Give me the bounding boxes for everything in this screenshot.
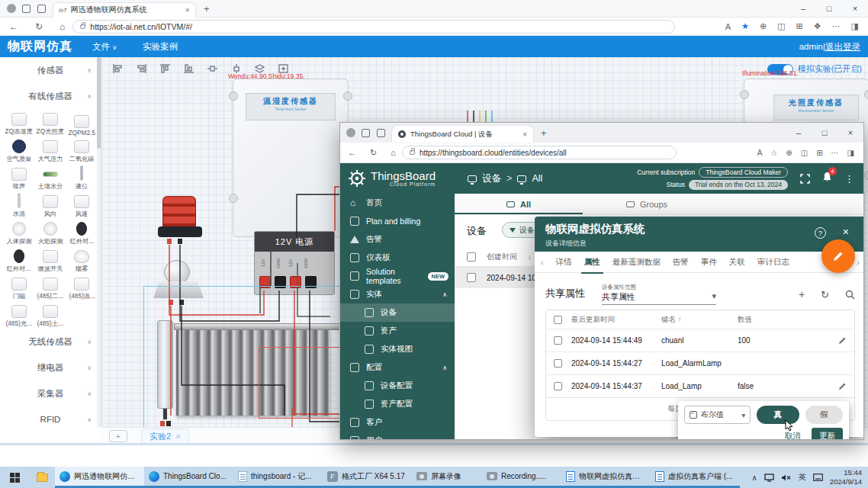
edit-pencil-icon[interactable]	[838, 336, 847, 345]
add-attribute-icon[interactable]: +	[799, 288, 805, 300]
sensor-tile[interactable]: (485)温...	[66, 274, 98, 301]
sensor-tile[interactable]: 噪声	[3, 164, 34, 191]
refresh-icon[interactable]: ↻	[370, 148, 377, 158]
sidebar-icon[interactable]: ◨	[847, 149, 854, 157]
taskbar-item-vsim-client[interactable]: 虚拟仿真客户端 (...	[651, 467, 740, 488]
kebab-menu-icon[interactable]: ⋮	[844, 173, 854, 185]
update-button[interactable]: 更新	[812, 428, 843, 439]
taskbar-item-notepad[interactable]: thingsboard - 记...	[233, 467, 323, 488]
maximize-button[interactable]: □	[816, 0, 842, 17]
search-icon[interactable]	[845, 290, 855, 300]
sensor-tile[interactable]: ZQPM2.5	[66, 109, 98, 136]
workspaces-icon[interactable]	[22, 5, 31, 13]
sensor-tile[interactable]: 火焰探测	[34, 219, 66, 246]
scope-select[interactable]: 设备属性范围 共享属性▾	[602, 284, 716, 305]
browser-essentials-icon[interactable]: ⊕	[760, 21, 767, 31]
tab-all[interactable]: All	[455, 194, 583, 214]
sidebar-scrollbar[interactable]	[97, 57, 101, 427]
home-icon[interactable]: ⌂	[391, 148, 396, 157]
sidebar-item-billing[interactable]: Plan and billing	[340, 212, 455, 230]
attribute-row[interactable]: 2024-09-14 15:44:27 Load_AlarmLamp	[546, 352, 854, 374]
split-screen-icon[interactable]: ◫	[801, 149, 808, 157]
help-icon[interactable]: ?	[815, 227, 826, 239]
address-bar[interactable]: https://iot-ai.net.cn/IOTVM/#/	[72, 20, 675, 34]
tab-attributes[interactable]: 属性	[584, 257, 600, 268]
experiment-tab[interactable]: 实验2 ×	[141, 429, 189, 444]
back-icon[interactable]: ←	[9, 21, 18, 32]
input-language-indicator[interactable]: 英	[799, 472, 806, 483]
taskbar-item-formatfactory[interactable]: F格式工厂 X64 5.17	[323, 467, 412, 488]
tab-audit-logs[interactable]: 审计日志	[757, 257, 789, 268]
scroll-left-icon[interactable]: ‹	[541, 258, 544, 267]
refresh-icon[interactable]: ↻	[821, 289, 829, 300]
section-collectors[interactable]: 采集器∨	[0, 380, 101, 406]
sensor-tile[interactable]: 风向	[34, 191, 66, 219]
edit-fab-button[interactable]	[821, 239, 855, 273]
tab-close-icon[interactable]: ×	[522, 130, 527, 139]
section-wireless-sensors[interactable]: 无线传感器∨	[0, 329, 101, 355]
more-icon[interactable]: ⋯	[831, 149, 839, 157]
network-icon[interactable]	[764, 474, 774, 482]
row-checkbox[interactable]	[554, 382, 562, 390]
close-button[interactable]: ×	[842, 0, 868, 17]
align-top-icon[interactable]	[156, 61, 173, 76]
sensor-tile[interactable]: 微波开关	[34, 246, 66, 274]
align-right-icon[interactable]	[133, 61, 149, 76]
split-screen-icon[interactable]: ◫	[777, 21, 785, 31]
select-all-checkbox[interactable]	[467, 252, 476, 262]
tray-expand-icon[interactable]: ∧	[751, 474, 757, 482]
sort-key-header[interactable]: 键名 ↑	[661, 315, 738, 325]
dome-device[interactable]	[164, 260, 190, 284]
tab-actions-icon[interactable]	[37, 5, 46, 13]
logout-link[interactable]: 退出登录	[825, 42, 860, 51]
curtain-slats-device[interactable]	[176, 330, 330, 416]
select-all-checkbox[interactable]	[554, 316, 562, 324]
start-button[interactable]	[0, 467, 29, 488]
browser-tab-iot[interactable]: IoT 网迅通物联网仿真系统 ×	[53, 2, 196, 18]
row-checkbox[interactable]	[467, 273, 476, 282]
sensor-tile[interactable]: 二氧化碳	[66, 136, 98, 164]
sidebar-item-customers[interactable]: 客户	[340, 413, 455, 432]
menu-cases[interactable]: 实验案例	[143, 41, 178, 53]
tab-details[interactable]: 详情	[556, 257, 572, 268]
sensor-tile[interactable]: (485)土...	[34, 301, 66, 329]
address-bar[interactable]: https://thingsboard.cloud/entities/devic…	[402, 146, 677, 159]
sidebar-item-entity-views[interactable]: 实体视图	[340, 340, 455, 358]
sidebar-item-solution-templates[interactable]: Solution templatesNEW	[340, 267, 455, 285]
breadcrumb-all[interactable]: All	[532, 173, 542, 184]
close-icon[interactable]: ×	[843, 226, 849, 238]
sensor-tile[interactable]: 红外对...	[3, 246, 34, 274]
sensor-tile[interactable]: 人体探测	[3, 219, 34, 246]
row-checkbox[interactable]	[554, 359, 562, 368]
favorite-star-icon[interactable]: ☆	[770, 149, 777, 157]
sensor-tile[interactable]: 大气压力	[34, 136, 66, 164]
collections-icon[interactable]: ⊞	[816, 149, 822, 157]
sensor-tile[interactable]: ZQ光照度	[34, 109, 66, 136]
sidebar-item-alarms[interactable]: 告警	[340, 230, 455, 249]
collections-icon[interactable]: ⊞	[796, 21, 803, 31]
tab-alarms[interactable]: 告警	[673, 257, 689, 268]
sidebar-item-dashboards[interactable]: 仪表板	[340, 249, 455, 267]
alarm-beacon-device[interactable]	[162, 196, 196, 228]
row-checkbox[interactable]	[554, 336, 562, 345]
taskbar-item-recording[interactable]: Recording.....	[482, 467, 561, 488]
sensor-tile[interactable]: 门磁	[3, 274, 34, 301]
distribute-horizontal-icon[interactable]	[204, 61, 220, 76]
browser-essentials-icon[interactable]: ⊕	[786, 149, 792, 157]
false-toggle-button[interactable]: 假	[805, 406, 843, 424]
tab-close-icon[interactable]: ×	[185, 5, 190, 14]
sensor-tile[interactable]: 红外对...	[66, 219, 98, 246]
more-icon[interactable]: ⋯	[832, 21, 841, 31]
menu-file[interactable]: 文件 ∨	[92, 41, 117, 53]
sensor-tile[interactable]: 液位	[66, 164, 98, 191]
taskbar-item-screen-recorder[interactable]: 屏幕录像	[412, 467, 482, 488]
tab-groups[interactable]: Groups	[583, 194, 711, 214]
cancel-link[interactable]: 取消	[785, 431, 801, 440]
file-explorer-button[interactable]	[29, 467, 55, 488]
section-wired-sensors[interactable]: 有线传感器∧	[0, 83, 101, 109]
profile-avatar-icon[interactable]	[7, 4, 16, 13]
scroll-right-icon[interactable]: ›	[857, 258, 860, 267]
sidebar-item-assets[interactable]: 资产	[340, 322, 455, 340]
workspaces-icon[interactable]	[362, 129, 370, 137]
speaker-muted-icon[interactable]	[781, 474, 792, 482]
